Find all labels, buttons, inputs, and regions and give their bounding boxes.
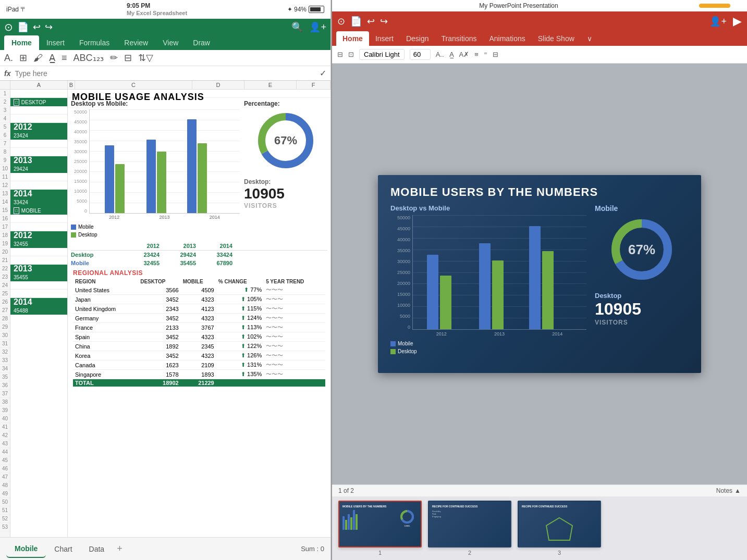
thumbnail-3[interactable]: RECIPE FOR CONTINUED SUCCESS 3 — [518, 501, 601, 556]
desktop-mobile-chart: Desktop vs Mobile: 50000 45000 40000 350… — [71, 100, 240, 238]
text-box-icon[interactable]: ⊟ — [493, 51, 498, 58]
ppt-new-doc-icon[interactable]: 📄 — [350, 16, 362, 27]
desktop-stat-label: Desktop: — [244, 178, 327, 185]
font-style-icon[interactable]: A✗ — [459, 51, 470, 58]
ppt-bar-2012-desktop — [440, 276, 451, 329]
ppt-tab-design[interactable]: Design — [400, 31, 435, 46]
thumbnail-2[interactable]: RECIPE FOR CONTINUED SUCCESS Flexibility… — [428, 501, 511, 556]
ppt-layout-icon[interactable]: ⊟ — [337, 51, 343, 58]
ppt-tab-insert[interactable]: Insert — [369, 31, 400, 46]
bar-chart-label: Desktop vs Mobile: — [71, 100, 240, 107]
font-color-ppt-icon[interactable]: A̲ — [449, 51, 454, 58]
sheet-tab-mobile[interactable]: Mobile — [6, 540, 46, 558]
ppt-tab-slideshow[interactable]: Slide Show — [532, 31, 581, 46]
ppt-bar-2013-mobile — [479, 243, 491, 329]
spreadsheet-area: A B C D E F 1 2 3 4 5 6 7 8 9 10 11 12 1… — [0, 81, 330, 537]
slide-visitors-label: VISITORS — [595, 319, 628, 326]
excel-status-bar: iPad 〒 9:05 PM My Excel Spreadsheet ✦ 94… — [0, 0, 330, 19]
back-icon[interactable]: ⊙ — [4, 21, 13, 33]
font-color-icon[interactable]: A̲ — [49, 52, 55, 64]
table-row: Germany 3452 4323 ⬆ 124% 〜〜〜 — [73, 314, 325, 323]
ppt-status-bar: My PowerPoint Presentation — [332, 0, 747, 11]
column-headers: A B C D E F — [0, 81, 330, 90]
font-a-icon[interactable]: A. — [4, 53, 13, 64]
legend-desktop: Desktop — [71, 232, 240, 238]
format-icon[interactable]: 🖌 — [33, 53, 43, 64]
percentage-section: Percentage: 67% Desktop: — [244, 100, 327, 238]
ppt-bottom-bar: 1 of 2 Notes ▲ — [332, 484, 747, 496]
add-user-icon[interactable]: 👤+ — [309, 21, 326, 33]
redo-icon[interactable]: ↪ — [45, 21, 53, 33]
table-row-mobile: Mobile 32455 35455 67890 — [71, 259, 327, 267]
ppt-undo-icon[interactable]: ↩ — [367, 16, 375, 27]
sheet-tab-chart[interactable]: Chart — [46, 541, 80, 557]
tab-formulas[interactable]: Formulas — [72, 35, 117, 50]
tab-insert[interactable]: Insert — [39, 35, 72, 50]
new-doc-icon[interactable]: 📄 — [17, 21, 29, 33]
bar-2012-desktop — [115, 164, 125, 213]
tab-home[interactable]: Home — [4, 35, 39, 50]
fx-label: fx — [4, 69, 10, 78]
ipad-status: iPad 〒 — [6, 5, 27, 14]
ppt-redo-icon[interactable]: ↪ — [380, 16, 388, 27]
bar-2013-mobile — [146, 140, 156, 213]
ppt-back-icon[interactable]: ⊙ — [337, 16, 345, 27]
donut-chart: 67% — [254, 109, 317, 172]
powerpoint-panel: My PowerPoint Presentation ⊙ 📄 ↩ ↪ 👤+ ▶ … — [332, 0, 747, 560]
table-icon[interactable]: ⊟ — [124, 52, 132, 64]
table-row: Korea 3452 4323 ⬆ 126% 〜〜〜 — [73, 351, 325, 360]
ppt-ribbon: ⊟ ⊡ Calibri Light 60 A.. A̲ A✗ ≡ ⁼ ⊟ — [332, 46, 747, 64]
legend-mobile: Mobile — [71, 224, 240, 230]
sheet-tab-data[interactable]: Data — [81, 541, 113, 557]
slide-thumb-2[interactable]: RECIPE FOR CONTINUED SUCCESS Flexibility… — [428, 501, 511, 547]
excel-ribbon: A. ⊞ 🖌 A̲ ≡ ABC₁₂₃ ✏ ⊟ ⇅▽ — [0, 50, 330, 66]
edit-icon[interactable]: ✏ — [110, 52, 118, 64]
sheet-tabs: Mobile Chart Data + Sum : 0 — [0, 537, 330, 560]
formula-input[interactable] — [15, 69, 315, 78]
ppt-bar-2012-mobile — [427, 255, 438, 329]
ppt-toolbar: ⊙ 📄 ↩ ↪ 👤+ ▶ — [332, 11, 747, 31]
tab-view[interactable]: View — [155, 35, 186, 50]
tab-draw[interactable]: Draw — [186, 35, 217, 50]
ppt-donut-percentage: 67% — [628, 242, 655, 258]
file-title: My Excel Spreadsheet — [127, 10, 187, 16]
notes-button[interactable]: Notes ▲ — [716, 487, 741, 494]
font-a-large-icon[interactable]: A.. — [436, 51, 444, 58]
ppt-bar-chart — [412, 215, 586, 330]
formula-confirm-icon[interactable]: ✓ — [320, 68, 326, 78]
bullets-icon[interactable]: ≡ — [474, 51, 479, 58]
slide-mobile-label: Mobile — [595, 204, 618, 213]
excel-panel: iPad 〒 9:05 PM My Excel Spreadsheet ✦ 94… — [0, 0, 331, 560]
ppt-tab-more[interactable]: ∨ — [581, 31, 598, 46]
table-row: Spain 3452 4323 ⬆ 102% 〜〜〜 — [73, 332, 325, 342]
ppt-section-icon[interactable]: ⊡ — [348, 51, 354, 58]
data-summary-table: 2012 2013 2014 Desktop 23424 29424 33424… — [71, 242, 327, 267]
thumbnail-1[interactable]: MOBILE USERS BY THE NUMBERS — [338, 501, 422, 556]
align-icon[interactable]: ≡ — [62, 53, 67, 64]
ppt-play-icon[interactable]: ▶ — [733, 15, 742, 28]
font-name-field[interactable]: Calibri Light — [359, 49, 405, 60]
undo-icon[interactable]: ↩ — [33, 21, 41, 33]
tab-review[interactable]: Review — [117, 35, 155, 50]
ppt-tab-animations[interactable]: Animations — [483, 31, 531, 46]
ppt-donut-chart: 67% — [608, 216, 676, 283]
bar-2014-desktop — [198, 143, 207, 213]
ppt-tabs: Home Insert Design Transitions Animation… — [332, 31, 747, 46]
font-size-field[interactable]: 60 — [410, 49, 431, 60]
search-icon[interactable]: 🔍 — [291, 21, 303, 33]
abc-icon[interactable]: ABC₁₂₃ — [74, 52, 104, 64]
slide-thumb-1[interactable]: MOBILE USERS BY THE NUMBERS — [338, 501, 422, 547]
ppt-tab-transitions[interactable]: Transitions — [435, 31, 483, 46]
filter-icon[interactable]: ⇅▽ — [138, 52, 153, 64]
slide-thumb-3[interactable]: RECIPE FOR CONTINUED SUCCESS — [518, 501, 601, 547]
slide-right-section: Mobile 67% Desktop 10905 VISITORS — [595, 204, 689, 363]
donut-percentage: 67% — [274, 134, 297, 147]
main-slide[interactable]: MOBILE USERS BY THE NUMBERS Desktop vs M… — [378, 175, 701, 373]
ppt-add-user-icon[interactable]: 👤+ — [709, 16, 727, 27]
add-sheet-button[interactable]: + — [117, 543, 123, 554]
borders-icon[interactable]: ⊞ — [19, 52, 27, 64]
slide-chart-label: Desktop vs Mobile — [390, 204, 586, 212]
ppt-tab-home[interactable]: Home — [336, 31, 369, 46]
desktop-label: DESKTOP — [21, 99, 46, 105]
numbered-list-icon[interactable]: ⁼ — [484, 51, 487, 58]
